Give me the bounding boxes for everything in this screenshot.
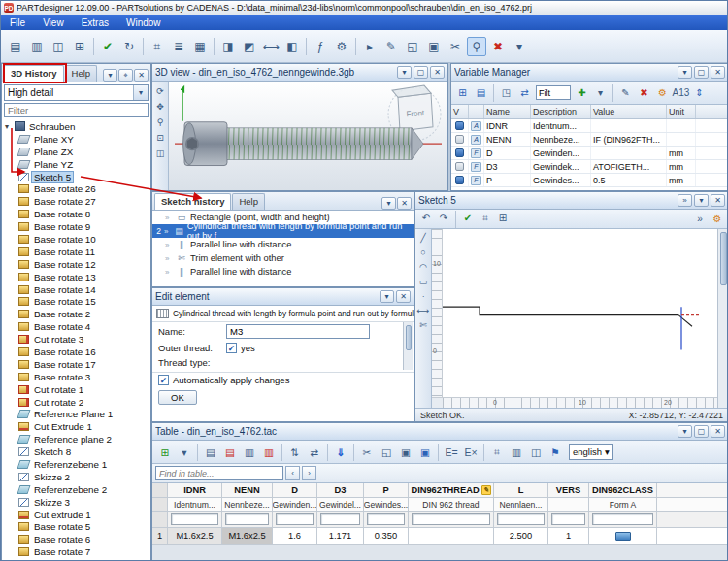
tree-item[interactable]: Sketch 8	[2, 446, 150, 458]
sketch-history-row[interactable]: ∥Parallel line with distance	[152, 265, 414, 279]
variable-row[interactable]: F D3 Gewindek... ATOFIGETH... mm	[451, 160, 728, 174]
maximize-button[interactable]: ▢	[414, 66, 428, 79]
tree-item[interactable]: Referenzebene 1	[2, 458, 150, 471]
find-previous-button[interactable]: ‹	[285, 466, 300, 480]
sketch-canvas[interactable]	[443, 229, 717, 397]
delete-variable-icon[interactable]: ✖	[636, 84, 652, 101]
column-header[interactable]: D	[273, 483, 317, 498]
delete-column-icon[interactable]: ▥	[260, 444, 278, 461]
arc-tool-icon[interactable]: ◠	[416, 260, 431, 274]
tree-item[interactable]: Base rotate 3	[2, 371, 150, 383]
view3d-titlebar[interactable]: 3D view - din_en_iso_4762_nenngewinde.3g…	[152, 64, 447, 82]
variable-row[interactable]: F D Gewinden... mm	[451, 147, 728, 160]
add-variable-menu-icon[interactable]: ▾	[592, 84, 609, 101]
tree-item[interactable]: Base rotate 2	[2, 308, 150, 320]
overflow-button[interactable]: »	[678, 194, 692, 207]
variable-value[interactable]: 0.5	[591, 174, 667, 186]
edit-variable-icon[interactable]: ✎	[617, 84, 634, 101]
calculator-icon[interactable]: ⌗	[488, 444, 506, 461]
tree-item[interactable]: Base rotate 5	[2, 521, 150, 534]
tab-3d-history[interactable]: 3D History	[4, 65, 64, 82]
formula-e-icon[interactable]: E=	[443, 444, 460, 461]
delete-row-icon[interactable]: ▤	[221, 444, 239, 461]
vertical-scrollbar[interactable]	[717, 229, 728, 408]
rectangle-tool-icon[interactable]: ▭	[416, 275, 431, 288]
tree-item[interactable]: Cut rotate 3	[2, 333, 150, 346]
check-geometry-icon[interactable]: ✔	[98, 37, 117, 56]
close-button[interactable]: ✕	[430, 66, 445, 79]
settings-icon[interactable]: ⚙	[332, 37, 351, 56]
close-button[interactable]: ✕	[711, 66, 725, 79]
close-button[interactable]: ✕	[134, 69, 149, 82]
p-cell[interactable]: 0.350	[364, 528, 409, 544]
save-all-icon[interactable]: ⊞	[70, 37, 89, 56]
pan-view-icon[interactable]: ✥	[153, 99, 168, 114]
menu-file[interactable]: File	[1, 15, 34, 30]
tree-item[interactable]: Base rotate 8	[2, 208, 150, 220]
tree-item[interactable]: Cut rotate 1	[2, 383, 150, 396]
insert-column-icon[interactable]: ▥	[241, 444, 258, 461]
panel-menu-button[interactable]: ▾	[397, 66, 412, 79]
save-project-icon[interactable]: ◫	[49, 37, 68, 56]
cut-icon[interactable]: ✂	[446, 37, 465, 56]
panel-menu-button[interactable]: ▾	[694, 194, 709, 207]
variables-icon[interactable]: ƒ	[311, 37, 330, 56]
column-filter-input[interactable]	[320, 513, 360, 525]
open-project-icon[interactable]: ▥	[27, 37, 47, 56]
tree-item[interactable]: Cut extrude 1	[2, 509, 150, 521]
section-view-icon[interactable]: ◧	[282, 37, 302, 56]
measure-icon[interactable]: ⟷	[261, 37, 281, 56]
new-document-icon[interactable]: ▤	[6, 37, 25, 56]
tree-item[interactable]: Reference plane 2	[2, 433, 150, 446]
column-filter-input[interactable]	[592, 513, 653, 525]
close-button[interactable]: ✕	[397, 197, 412, 210]
din962class-cell[interactable]	[589, 528, 657, 544]
select-icon[interactable]: ▸	[360, 37, 380, 56]
column-header[interactable]: DIN962THREAD	[409, 483, 494, 498]
variable-row[interactable]: A NENN Nennbeze... IF (DIN962FTH...	[451, 133, 728, 147]
a13-icon[interactable]: A13	[673, 84, 689, 101]
apply-table-icon[interactable]: ⇓	[332, 444, 349, 461]
rotate-view-icon[interactable]: ⟳	[153, 83, 168, 98]
sketch-settings-icon[interactable]: ⚙	[710, 212, 725, 227]
column-header[interactable]: D3	[317, 483, 364, 498]
language-select[interactable]: english ▾	[569, 444, 613, 460]
find-next-button[interactable]: ›	[302, 466, 316, 480]
export-variables-icon[interactable]: ◳	[498, 84, 514, 101]
pin-button[interactable]: ⌖	[118, 69, 133, 82]
idnr-cell[interactable]: M1.6x2.5	[168, 528, 222, 544]
tree-item[interactable]: Base rotate 11	[2, 246, 150, 258]
scrollbar-thumb[interactable]	[720, 232, 727, 285]
tree-item[interactable]: Base rotate 16	[2, 346, 150, 358]
edit-sketch-icon[interactable]: ✎	[381, 37, 401, 56]
accept-sketch-icon[interactable]: ✔	[460, 211, 476, 226]
column-header[interactable]: L	[494, 483, 548, 498]
variable-value[interactable]: ATOFIGETH...	[591, 160, 667, 173]
formula-ex-icon[interactable]: E×	[462, 444, 480, 461]
panel-menu-button[interactable]: ▾	[380, 290, 394, 303]
form-scrollbar[interactable]	[403, 322, 413, 370]
tree-item[interactable]: Reference Plane 1	[2, 408, 150, 420]
grid-toggle-icon[interactable]: ⌗	[478, 211, 493, 226]
tree-item[interactable]: Referenzebene 2	[2, 483, 150, 496]
tree-item[interactable]: Skizze 3	[2, 496, 150, 509]
fit-view-icon[interactable]: ⊡	[153, 130, 168, 145]
reorder-variables-icon[interactable]: ⇕	[691, 84, 708, 101]
circle-tool-icon[interactable]: ○	[416, 246, 431, 259]
edit-element-titlebar[interactable]: Edit element ▾ ✕	[152, 288, 414, 306]
tree-item[interactable]: Base rotate 14	[2, 283, 150, 296]
tree-root[interactable]: Schrauben	[2, 120, 150, 133]
tree-item[interactable]: Plane XY	[2, 133, 150, 146]
sketch-history-row[interactable]: ✄Trim element with other	[152, 251, 414, 265]
tree-item-sketch-5[interactable]: Sketch 5	[2, 171, 150, 183]
grid-view-icon[interactable]: ▦	[190, 37, 210, 56]
toolbar-overflow-icon[interactable]: ▾	[510, 37, 529, 56]
add-variable-icon[interactable]: ✚	[574, 84, 590, 101]
variable-settings-icon[interactable]: ⚙	[654, 84, 671, 101]
sort-icon[interactable]: ⇅	[286, 444, 304, 461]
trim-tool-icon[interactable]: ✄	[416, 318, 431, 332]
sketch-history-row-selected[interactable]: 2▤Cylindrical thread with length by form…	[152, 224, 414, 238]
close-button[interactable]: ✕	[711, 194, 725, 207]
tree-item[interactable]: Base rotate 15	[2, 295, 150, 308]
history-filter-input[interactable]	[4, 103, 149, 117]
